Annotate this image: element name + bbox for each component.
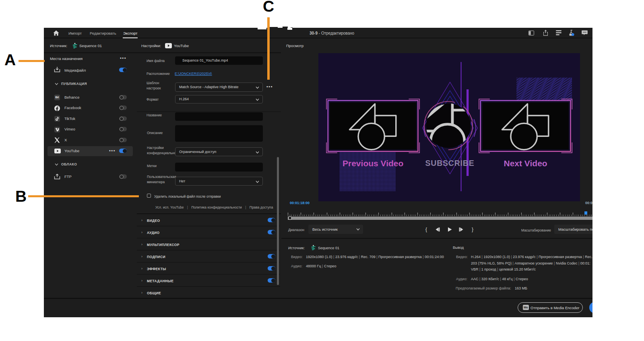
svg-text:SUBSCRIBE: SUBSCRIBE — [425, 159, 474, 167]
svg-text:Previous Video: Previous Video — [343, 159, 403, 168]
svg-text:Next Video: Next Video — [504, 159, 547, 168]
